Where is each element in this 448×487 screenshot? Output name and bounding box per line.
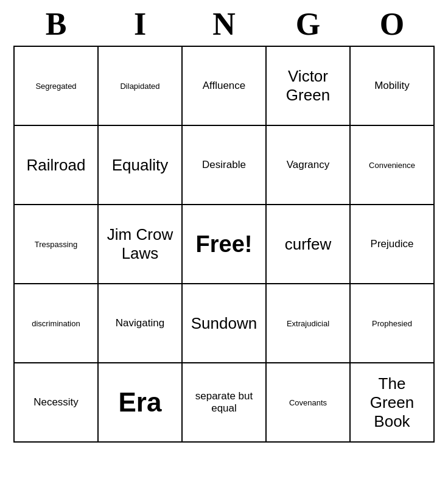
cell-r2-c3: curfew xyxy=(267,205,351,284)
bingo-letter-o: O xyxy=(350,6,434,42)
cell-r2-c2: Free! xyxy=(183,205,267,284)
cell-r1-c0: Railroad xyxy=(15,126,99,205)
cell-r1-c4: Convenience xyxy=(351,126,435,205)
cell-r4-c1: Era xyxy=(99,363,183,443)
bingo-letter-i: I xyxy=(98,6,182,42)
cell-r4-c2: separate but equal xyxy=(183,363,267,443)
cell-r0-c1: Dilapidated xyxy=(99,47,183,126)
cell-r3-c3: Extrajudicial xyxy=(267,284,351,363)
cell-r1-c3: Vagrancy xyxy=(267,126,351,205)
cell-r4-c4: The Green Book xyxy=(351,363,435,443)
cell-r3-c1: Navigating xyxy=(99,284,183,363)
cell-r2-c1: Jim Crow Laws xyxy=(99,205,183,284)
bingo-letter-g: G xyxy=(266,6,350,42)
cell-r3-c4: Prophesied xyxy=(351,284,435,363)
bingo-grid: SegregatedDilapidatedAffluenceVictor Gre… xyxy=(13,46,435,443)
cell-r1-c1: Equality xyxy=(99,126,183,205)
bingo-letter-b: B xyxy=(14,6,98,42)
cell-r3-c2: Sundown xyxy=(183,284,267,363)
cell-r4-c0: Necessity xyxy=(15,363,99,443)
bingo-header: BINGO xyxy=(14,6,434,42)
cell-r3-c0: discrimination xyxy=(15,284,99,363)
cell-r0-c2: Affluence xyxy=(183,47,267,126)
cell-r0-c4: Mobility xyxy=(351,47,435,126)
cell-r2-c4: Prejudice xyxy=(351,205,435,284)
cell-r2-c0: Trespassing xyxy=(15,205,99,284)
cell-r4-c3: Covenants xyxy=(267,363,351,443)
cell-r1-c2: Desirable xyxy=(183,126,267,205)
cell-r0-c3: Victor Green xyxy=(267,47,351,126)
bingo-letter-n: N xyxy=(182,6,266,42)
cell-r0-c0: Segregated xyxy=(15,47,99,126)
